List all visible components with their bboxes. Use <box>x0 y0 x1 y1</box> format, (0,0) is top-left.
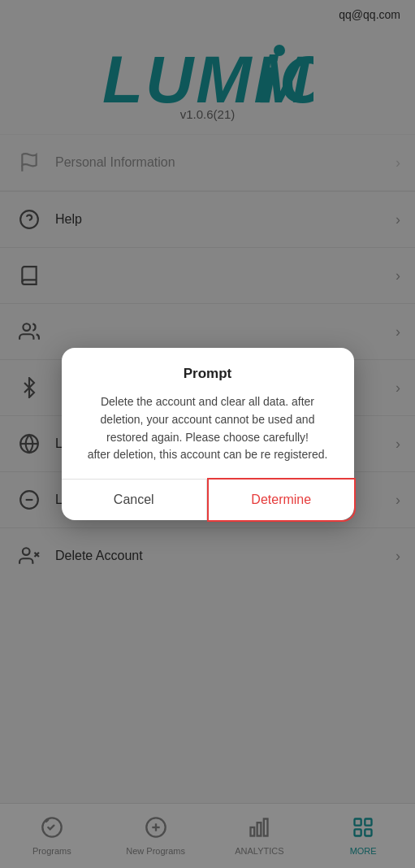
dialog-overlay: Prompt Delete the account and clear all … <box>0 0 415 868</box>
dialog-actions: Cancel Determine <box>62 479 354 520</box>
determine-button[interactable]: Determine <box>207 478 356 522</box>
cancel-button[interactable]: Cancel <box>62 480 208 520</box>
dialog-body: Delete the account and clear all data. a… <box>80 393 336 464</box>
dialog-title: Prompt <box>80 366 336 382</box>
prompt-dialog: Prompt Delete the account and clear all … <box>62 348 354 520</box>
